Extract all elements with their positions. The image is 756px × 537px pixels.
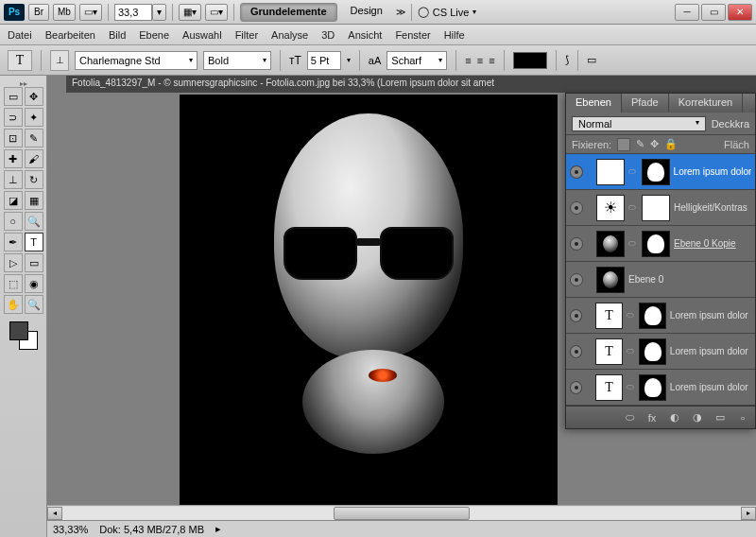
workspace-more[interactable]: ≫	[396, 7, 405, 17]
warp-text-button[interactable]: ⟆	[565, 54, 569, 66]
color-swatches[interactable]	[9, 321, 38, 350]
canvas[interactable]	[180, 95, 558, 537]
text-color-swatch[interactable]	[513, 52, 547, 69]
lock-brush-icon[interactable]: ✎	[636, 138, 644, 150]
menu-bearbeiten[interactable]: Bearbeiten	[45, 29, 95, 41]
tab-korrekturen[interactable]: Korrekturen	[669, 94, 743, 113]
antialias-select[interactable]: Scharf▾	[387, 51, 447, 70]
size-dropdown[interactable]: ▾	[347, 56, 351, 64]
visibility-toggle[interactable]	[570, 309, 582, 322]
menu-fenster[interactable]: Fenster	[395, 29, 430, 41]
zoom-tool[interactable]: 🔍	[25, 295, 43, 314]
layer-name[interactable]: Ebene 0	[628, 274, 663, 285]
zoom-dropdown[interactable]: ▾	[152, 4, 166, 21]
character-panel-button[interactable]: ▭	[587, 54, 596, 66]
font-family-select[interactable]: Charlemagne Std▾	[75, 51, 198, 70]
menu-auswahl[interactable]: Auswahl	[182, 29, 222, 41]
font-size-input[interactable]	[307, 51, 341, 70]
layer-name[interactable]: Lorem ipsum dolor s	[670, 346, 751, 356]
link-layers-button[interactable]: ⬭	[621, 410, 638, 425]
path-select-tool[interactable]: ▷	[4, 253, 23, 272]
crop-tool[interactable]: ⊡	[4, 129, 23, 147]
menu-datei[interactable]: Datei	[8, 29, 32, 41]
camera-tool[interactable]: ◉	[25, 274, 43, 293]
eyedropper-tool[interactable]: ✎	[25, 129, 43, 147]
gradient-tool[interactable]: ▦	[25, 191, 43, 210]
brush-tool[interactable]: 🖌	[25, 149, 43, 168]
align-left-button[interactable]: ≡	[465, 55, 471, 66]
zoom-select[interactable]: ▾	[114, 4, 166, 21]
layer-row[interactable]: T⬭Lorem ipsum dolor s	[566, 334, 755, 370]
layer-style-button[interactable]: fx	[644, 410, 661, 425]
lock-transparent-button[interactable]	[617, 138, 630, 151]
stamp-tool[interactable]: ⊥	[4, 170, 23, 189]
workspace-grundelemente[interactable]: Grundelemente	[240, 3, 337, 22]
menu-filter[interactable]: Filter	[235, 29, 258, 41]
dodge-tool[interactable]: 🔍	[25, 212, 43, 231]
pen-tool[interactable]: ✒	[4, 233, 23, 251]
arrange-button[interactable]: ▦▾	[179, 4, 201, 21]
shape-tool[interactable]: ▭	[25, 253, 43, 272]
marquee-tool[interactable]: ✥	[25, 87, 43, 106]
foreground-color[interactable]	[9, 321, 28, 340]
menu-analyse[interactable]: Analyse	[271, 29, 308, 41]
lock-all-icon[interactable]: 🔒	[664, 138, 678, 150]
extras-button[interactable]: ▭▾	[205, 4, 228, 21]
minimize-button[interactable]: ─	[675, 4, 699, 21]
layer-name[interactable]: Lorem ipsum dolor s	[670, 310, 751, 320]
bridge-button[interactable]: Br	[28, 4, 49, 21]
group-button[interactable]: ▭	[712, 410, 729, 425]
toolbox-grip[interactable]: ▸▸	[0, 79, 46, 87]
move-tool[interactable]: ▭	[4, 87, 23, 106]
status-arrow[interactable]: ▸	[215, 523, 221, 535]
layer-row[interactable]: T⬭Lorem ipsum dolor	[566, 154, 755, 190]
visibility-toggle[interactable]	[570, 165, 583, 179]
layer-row[interactable]: T⬭Lorem ipsum dolor s	[566, 298, 755, 334]
menu-3d[interactable]: 3D	[321, 29, 335, 41]
menu-bild[interactable]: Bild	[109, 29, 126, 41]
lock-move-icon[interactable]: ✥	[650, 138, 659, 150]
layer-name[interactable]: Lorem ipsum dolor	[674, 166, 751, 177]
new-layer-button[interactable]: ▫	[734, 410, 751, 425]
font-weight-select[interactable]: Bold▾	[203, 51, 271, 70]
visibility-toggle[interactable]	[570, 237, 583, 251]
screen-mode-button[interactable]: ▭▾	[79, 4, 102, 21]
layer-row[interactable]: T⬭Lorem ipsum dolor s	[566, 370, 755, 406]
cslive-dropdown[interactable]: ▾	[472, 8, 476, 16]
layer-name[interactable]: Helligkeit/Kontras	[674, 202, 747, 213]
visibility-toggle[interactable]	[570, 345, 582, 358]
lasso-tool[interactable]: ⊃	[4, 108, 23, 127]
menu-ansicht[interactable]: Ansicht	[348, 29, 382, 41]
status-doc-size[interactable]: Dok: 5,43 MB/27,8 MB	[99, 524, 204, 535]
horizontal-scrollbar[interactable]: ◂ ▸	[47, 505, 756, 520]
eraser-tool[interactable]: ◪	[4, 191, 23, 210]
blend-mode-select[interactable]: Normal▾	[572, 116, 706, 131]
close-button[interactable]: ✕	[728, 4, 752, 21]
tab-pfade[interactable]: Pfade	[622, 94, 669, 113]
tool-preset[interactable]: T	[8, 50, 32, 71]
wand-tool[interactable]: ✦	[25, 108, 43, 127]
layer-name[interactable]: Ebene 0 Kopie	[674, 238, 736, 249]
cslive-button[interactable]: CS Live	[433, 7, 470, 18]
minibridge-button[interactable]: Mb	[53, 4, 76, 21]
hand-tool[interactable]: ✋	[4, 295, 23, 314]
scroll-right-button[interactable]: ▸	[741, 507, 756, 520]
layer-row[interactable]: ☀⬭Helligkeit/Kontras	[566, 190, 755, 226]
align-right-button[interactable]: ≡	[489, 55, 494, 66]
maximize-button[interactable]: ▭	[701, 4, 726, 21]
layer-mask-button[interactable]: ◐	[666, 410, 683, 425]
align-center-button[interactable]: ≡	[477, 55, 483, 66]
menu-ebene[interactable]: Ebene	[139, 29, 169, 41]
tab-ebenen[interactable]: Ebenen	[566, 94, 622, 113]
visibility-toggle[interactable]	[570, 273, 583, 286]
document-tab[interactable]: Fotolia_4813297_M - © sumnersgraphicsinc…	[66, 76, 756, 93]
zoom-input[interactable]	[114, 4, 152, 21]
adjustment-layer-button[interactable]: ◑	[689, 410, 706, 425]
heal-tool[interactable]: ✚	[4, 149, 23, 168]
scroll-thumb[interactable]	[334, 507, 470, 520]
scroll-track[interactable]	[62, 507, 741, 520]
history-brush-tool[interactable]: ↻	[25, 170, 43, 189]
workspace-design[interactable]: Design	[341, 3, 392, 22]
visibility-toggle[interactable]	[570, 201, 583, 215]
layer-name[interactable]: Lorem ipsum dolor s	[670, 382, 751, 392]
